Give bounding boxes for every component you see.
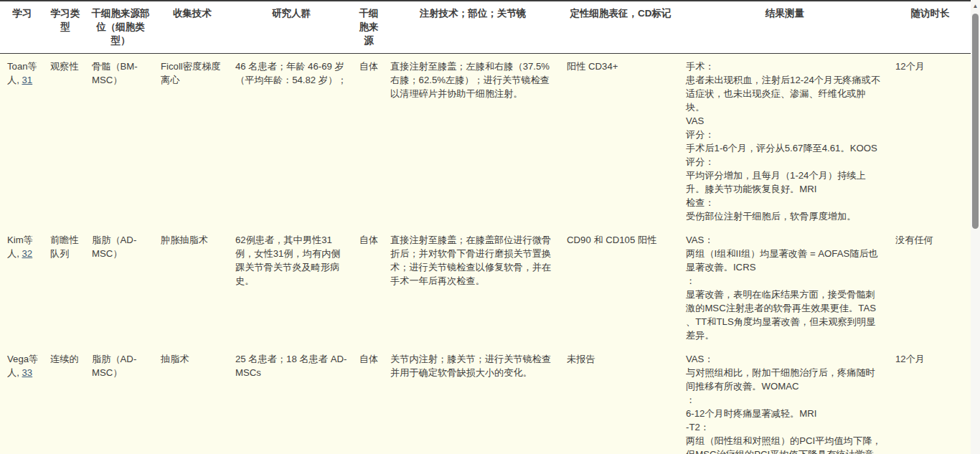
column-header-injection: 注射技术；部位；关节镜: [385, 1, 561, 54]
vertical-scrollbar[interactable]: ▲: [971, 0, 980, 454]
cell-source-site: 骨髓（BM-MSC）: [86, 54, 155, 228]
column-header-population: 研究人群: [230, 1, 353, 54]
cell-population: 62例患者，其中男性31例，女性31例，均有内侧踝关节骨关节炎及畸形病史。: [230, 227, 353, 346]
reference-link[interactable]: 31: [22, 75, 33, 85]
cell-followup: 12个月: [890, 54, 971, 228]
cell-population: 25 名患者；18 名患者 AD-MSCs: [230, 346, 353, 454]
cell-collection: 肿胀抽脂术: [155, 227, 230, 346]
cell-outcomes: VAS： 与对照组相比，附加干细胞治疗后，疼痛随时间推移有所改善。WOMAC ：…: [680, 346, 890, 454]
table-row-toan: Toan等人, 31 观察性 骨髓（BM-MSC） Ficoll密度梯度离心 4…: [0, 54, 971, 228]
cell-collection: Ficoll密度梯度离心: [155, 54, 230, 228]
cell-followup: 12个月: [890, 346, 971, 454]
cell-study: Vega等人, 33: [0, 346, 44, 454]
cell-collection: 抽脂术: [155, 346, 230, 454]
column-header-collection: 收集技术: [155, 1, 230, 54]
studies-review-table: 学习 学习类型 干细胞来源部位（细胞类型） 收集技术 研究人群 干细胞来源 注射…: [0, 0, 971, 454]
scroll-up-icon[interactable]: ▲: [971, 0, 980, 11]
cell-study-type: 观察性: [44, 54, 86, 228]
cell-injection: 关节内注射；膝关节；进行关节镜检查并用于确定软骨缺损大小的变化。: [385, 346, 561, 454]
column-header-study-type: 学习类型: [44, 1, 86, 54]
cell-cell-origin: 自体: [353, 227, 385, 346]
cell-injection: 直接注射至膝盖；在膝盖部位进行微骨折后；并对软骨下骨进行磨损关节置换术；进行关节…: [385, 227, 561, 346]
table-header-row: 学习 学习类型 干细胞来源部位（细胞类型） 收集技术 研究人群 干细胞来源 注射…: [0, 1, 971, 54]
column-header-cd-markers: 定性细胞表征，CD标记: [561, 1, 680, 54]
table-row-vega: Vega等人, 33 连续的 脂肪（AD-MSC） 抽脂术 25 名患者；18 …: [0, 346, 971, 454]
column-header-outcomes: 结果测量: [680, 1, 890, 54]
table-content: 学习 学习类型 干细胞来源部位（细胞类型） 收集技术 研究人群 干细胞来源 注射…: [0, 0, 971, 454]
cell-cd-markers: 阳性 CD34+: [561, 54, 680, 228]
cell-cell-origin: 自体: [353, 54, 385, 228]
column-header-followup: 随访时长: [890, 1, 971, 54]
column-header-study: 学习: [0, 1, 44, 54]
cell-cd-markers: 未报告: [561, 346, 680, 454]
cell-study: Toan等人, 31: [0, 54, 44, 228]
cell-source-site: 脂肪（AD-MSC）: [86, 346, 155, 454]
column-header-cell-source-site: 干细胞来源部位（细胞类型）: [86, 1, 155, 54]
scrollbar-thumb[interactable]: [972, 14, 979, 229]
cell-injection: 直接注射至膝盖；左膝和右膝（37.5%右膝；62.5%左膝）；进行关节镜检查以清…: [385, 54, 561, 228]
cell-outcomes: 手术： 患者未出现积血，注射后12-24个月无疼痛或不适症状，也未出现炎症、渗漏…: [680, 54, 890, 228]
cell-cd-markers: CD90 和 CD105 阳性: [561, 227, 680, 346]
cell-followup: 没有任何: [890, 227, 971, 346]
table-row-kim: Kim等人, 32 前瞻性队列 脂肪（AD-MSC） 肿胀抽脂术 62例患者，其…: [0, 227, 971, 346]
reference-link[interactable]: 33: [22, 367, 33, 378]
cell-population: 46 名患者；年龄 46-69 岁（平均年龄：54.82 岁）；: [230, 54, 353, 228]
cell-source-site: 脂肪（AD-MSC）: [86, 227, 155, 346]
cell-cell-origin: 自体: [353, 346, 385, 454]
reference-link[interactable]: 32: [22, 248, 33, 259]
cell-study: Kim等人, 32: [0, 227, 44, 346]
column-header-cell-origin: 干细胞来源: [353, 1, 385, 54]
cell-outcomes: VAS： 两组（I组和II组）均显著改善 = AOFAS随后也显著改善。ICRS…: [680, 227, 890, 346]
page-viewport: 学习 学习类型 干细胞来源部位（细胞类型） 收集技术 研究人群 干细胞来源 注射…: [0, 0, 980, 454]
cell-study-type: 连续的: [44, 346, 86, 454]
cell-study-type: 前瞻性队列: [44, 227, 86, 346]
